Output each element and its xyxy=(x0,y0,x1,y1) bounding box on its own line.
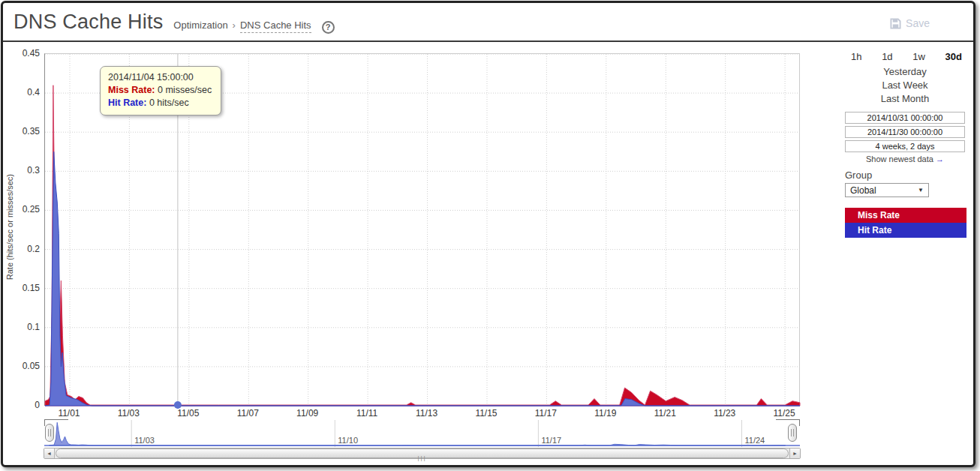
handle-grip-icon xyxy=(48,429,51,436)
right-arrow-icon: → xyxy=(936,154,944,164)
range-1d[interactable]: 1d xyxy=(882,51,892,62)
chart-legend: Miss Rate Hit Rate xyxy=(845,208,966,238)
header-divider xyxy=(3,40,973,42)
x-tick-label: 11/07 xyxy=(225,408,270,418)
y-tick-label: 0.2 xyxy=(3,244,40,254)
chart-tooltip: 2014/11/04 15:00:00 Miss Rate: 0 misses/… xyxy=(100,66,221,116)
tooltip-time: 2014/11/04 15:00:00 xyxy=(108,71,212,84)
page-header: DNS Cache Hits Optimization›DNS Cache Hi… xyxy=(3,3,973,40)
y-tick-label: 0.45 xyxy=(3,48,40,58)
breadcrumb-separator: › xyxy=(233,20,236,31)
group-select-value: Global xyxy=(850,185,876,196)
x-tick-label: 11/15 xyxy=(464,408,509,418)
y-tick-label: 0.15 xyxy=(3,283,40,293)
x-tick-label: 11/01 xyxy=(47,408,92,418)
range-30d[interactable]: 30d xyxy=(945,51,962,62)
tooltip-hit-label: Hit Rate: xyxy=(108,98,146,108)
chevron-down-icon: ▼ xyxy=(918,187,924,194)
app-window: DNS Cache Hits Optimization›DNS Cache Hi… xyxy=(1,1,975,467)
start-time-input[interactable] xyxy=(845,112,965,124)
show-newest-data-link[interactable]: Show newest data → xyxy=(842,154,968,164)
range-1w[interactable]: 1w xyxy=(912,51,925,62)
navigator-date-label: 11/03 xyxy=(134,436,155,445)
tooltip-miss-label: Miss Rate: xyxy=(108,85,155,95)
x-tick-label: 11/25 xyxy=(762,408,807,418)
scrollbar-thumb[interactable]: ||| xyxy=(56,448,789,458)
time-controls-panel: 1h 1d 1w 30d Yesterday Last Week Last Mo… xyxy=(842,48,968,250)
help-icon[interactable]: ? xyxy=(322,21,335,34)
group-label: Group xyxy=(845,170,872,181)
breadcrumb-current[interactable]: DNS Cache Hits xyxy=(240,20,311,33)
scrollbar-left-arrow-icon[interactable]: ◄ xyxy=(44,448,55,458)
y-tick-label: 0.4 xyxy=(3,87,40,98)
tooltip-miss-value: 0 misses/sec xyxy=(158,85,212,95)
y-tick-label: 0.05 xyxy=(3,361,40,371)
chart-plot-area[interactable]: 2014/11/04 15:00:00 Miss Rate: 0 misses/… xyxy=(44,53,800,406)
navigator-right-handle[interactable] xyxy=(788,424,797,442)
scrollbar-right-arrow-icon[interactable]: ► xyxy=(789,448,800,458)
navigator-scrollbar[interactable]: ◄ ||| ► xyxy=(44,448,801,459)
scrollbar-grip-icon: ||| xyxy=(417,454,426,461)
x-tick-label: 11/03 xyxy=(106,408,151,418)
y-tick-label: 0.1 xyxy=(3,322,40,332)
navigator-date-label: 11/17 xyxy=(541,436,561,445)
range-buttons: 1h 1d 1w 30d xyxy=(851,51,962,62)
handle-grip-icon xyxy=(791,429,794,436)
preset-last-week[interactable]: Last Week xyxy=(842,80,968,91)
y-tick-label: 0.35 xyxy=(3,126,40,136)
x-tick-label: 11/23 xyxy=(702,408,747,418)
save-icon xyxy=(890,18,901,29)
tooltip-hit-value: 0 hits/sec xyxy=(149,98,189,108)
y-tick-label: 0.3 xyxy=(3,165,40,176)
preset-yesterday[interactable]: Yesterday xyxy=(842,66,968,77)
end-time-input[interactable] xyxy=(845,126,965,138)
legend-miss-rate[interactable]: Miss Rate xyxy=(845,208,966,223)
x-tick-label: 11/21 xyxy=(642,408,687,418)
save-button[interactable]: Save xyxy=(890,17,930,29)
navigator-date-label: 11/10 xyxy=(338,436,358,445)
duration-input[interactable] xyxy=(845,140,965,152)
y-tick-label: 0 xyxy=(3,400,40,410)
x-tick-label: 11/13 xyxy=(404,408,449,418)
group-select[interactable]: Global ▼ xyxy=(845,183,929,197)
range-1h[interactable]: 1h xyxy=(851,51,861,62)
preset-last-month[interactable]: Last Month xyxy=(842,93,968,104)
x-tick-label: 11/11 xyxy=(344,408,389,418)
breadcrumb-optimization[interactable]: Optimization xyxy=(173,20,227,31)
x-tick-label: 11/05 xyxy=(166,408,211,418)
scrollbar-track[interactable]: ||| xyxy=(55,448,789,458)
y-tick-label: 0.25 xyxy=(3,204,40,214)
navigator-right-bracket xyxy=(776,419,800,426)
legend-hit-rate[interactable]: Hit Rate xyxy=(845,223,966,238)
y-axis-title: Rate (hits/sec or misses/sec) xyxy=(5,174,14,280)
navigator-date-label: 11/24 xyxy=(745,436,765,445)
save-label: Save xyxy=(906,17,930,29)
navigator-left-handle[interactable] xyxy=(45,424,54,442)
x-tick-label: 11/17 xyxy=(523,408,568,418)
page-title: DNS Cache Hits xyxy=(14,10,163,34)
x-tick-label: 11/09 xyxy=(285,408,330,418)
breadcrumb: Optimization›DNS Cache Hits xyxy=(173,20,311,31)
x-tick-label: 11/19 xyxy=(583,408,628,418)
navigator-chart[interactable] xyxy=(44,419,800,447)
